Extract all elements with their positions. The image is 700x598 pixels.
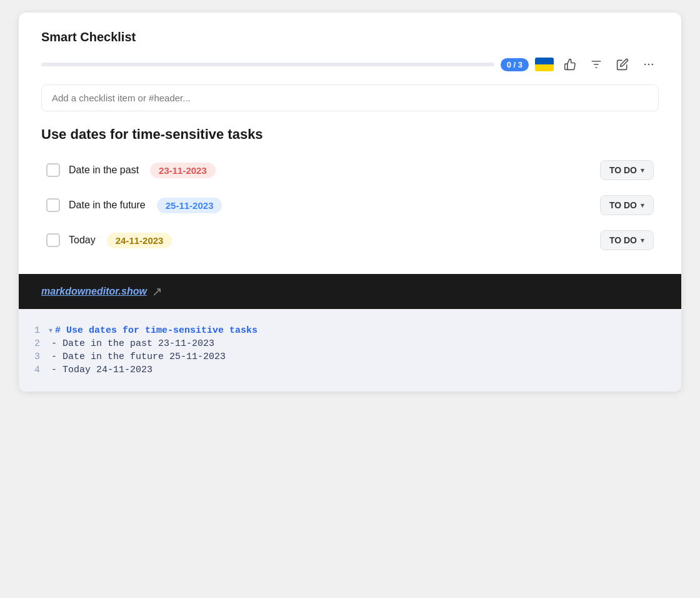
markdown-editor-link[interactable]: markdowneditor.show — [41, 286, 147, 297]
date-badge-future: 25-11-2023 — [157, 198, 222, 213]
section-heading: Use dates for time-sensitive tasks — [41, 126, 659, 143]
code-line-4: 4 - Today 24-11-2023 — [19, 363, 681, 377]
app-title: Smart Checklist — [41, 30, 659, 44]
checklist-item-past: Date in the past 23-11-2023 TO DO ▾ — [41, 154, 659, 186]
chevron-down-icon-future: ▾ — [641, 201, 644, 210]
svg-point-3 — [644, 64, 646, 66]
line-number-1: 1 — [19, 325, 49, 336]
svg-point-5 — [652, 64, 654, 66]
code-editor-section: 1 ▾ # Use dates for time-sensitive tasks… — [19, 309, 681, 392]
add-item-input[interactable] — [41, 84, 659, 111]
date-badge-today: 24-11-2023 — [107, 233, 172, 248]
checkbox-today[interactable] — [46, 233, 60, 247]
code-text-2: - Date in the past 23-11-2023 — [51, 338, 214, 349]
code-text-4: - Today 24-11-2023 — [51, 365, 152, 375]
checklist-item-today: Today 24-11-2023 TO DO ▾ — [41, 224, 659, 256]
checklist-item-future: Date in the future 25-11-2023 TO DO ▾ — [41, 189, 659, 221]
item-label-future: Date in the future — [69, 200, 146, 211]
ukraine-flag-icon — [535, 58, 554, 71]
like-button[interactable] — [560, 56, 580, 73]
line-number-3: 3 — [19, 352, 49, 362]
dark-section: markdowneditor.show ↗ — [19, 274, 681, 309]
todo-button-past[interactable]: TO DO ▾ — [600, 160, 654, 180]
svg-point-4 — [648, 64, 650, 66]
checklist-list: Date in the past 23-11-2023 TO DO ▾ Date… — [41, 154, 659, 256]
top-section: Smart Checklist 0 / 3 — [19, 13, 681, 274]
chevron-down-icon-past: ▾ — [641, 166, 644, 175]
progress-badge: 0 / 3 — [501, 58, 529, 71]
code-text-1: # Use dates for time-sensitive tasks — [55, 325, 258, 336]
code-line-3: 3 - Date in the future 25-11-2023 — [19, 350, 681, 363]
filter-button[interactable] — [586, 56, 606, 73]
date-badge-past: 23-11-2023 — [150, 163, 216, 178]
checkbox-future[interactable] — [46, 198, 60, 212]
code-text-3: - Date in the future 25-11-2023 — [51, 352, 226, 362]
todo-button-future[interactable]: TO DO ▾ — [600, 195, 654, 215]
progress-bar-container — [41, 63, 494, 66]
chevron-down-icon-today: ▾ — [641, 236, 644, 245]
todo-button-today[interactable]: TO DO ▾ — [600, 230, 654, 250]
expand-icon-1[interactable]: ▾ — [49, 326, 52, 335]
line-number-2: 2 — [19, 338, 49, 349]
smart-checklist-card: Smart Checklist 0 / 3 — [19, 13, 681, 392]
toolbar-row: 0 / 3 — [41, 56, 659, 73]
line-number-4: 4 — [19, 365, 49, 375]
external-link-icon: ↗ — [152, 284, 162, 299]
item-label-past: Date in the past — [69, 165, 139, 176]
edit-button[interactable] — [612, 56, 632, 73]
code-line-2: 2 - Date in the past 23-11-2023 — [19, 337, 681, 350]
item-label-today: Today — [69, 235, 96, 246]
more-button[interactable] — [639, 56, 659, 73]
code-line-1: 1 ▾ # Use dates for time-sensitive tasks — [19, 324, 681, 337]
checkbox-past[interactable] — [46, 163, 60, 177]
